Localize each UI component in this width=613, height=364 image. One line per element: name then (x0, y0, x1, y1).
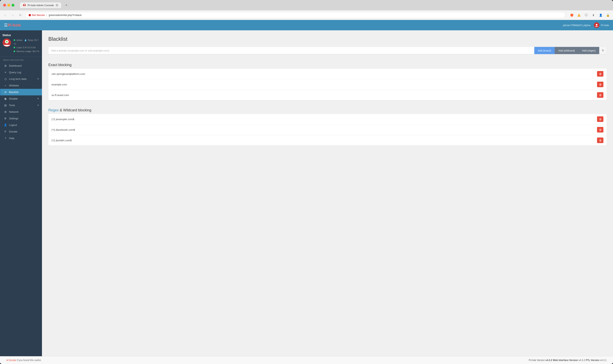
web-version-value: v4.3.2 (578, 359, 585, 362)
memory-label: Memory usage: 38.2 % (17, 50, 39, 52)
browser-tab[interactable]: Pi-hole Admin Console × (20, 2, 61, 8)
sidebar-item-label: Settings (9, 117, 18, 120)
sidebar-item-label: Dashboard (9, 64, 22, 67)
memory-dot (14, 51, 15, 52)
delete-button[interactable]: 🗑 (597, 116, 603, 122)
delete-button[interactable]: 🗑 (597, 92, 603, 98)
table-row: (^|\.)example\.com$ 🗑 (48, 114, 607, 125)
sidebar-item-label: Query Log (9, 71, 21, 74)
tab-close-button[interactable]: × (56, 4, 58, 7)
footer-donate-section: ♥ Donate if you found this useful. (6, 359, 41, 362)
table-row: (^|\.)facebook\.com$ 🗑 (48, 125, 607, 135)
tab-favicon (23, 4, 26, 7)
longterm-icon: ◷ (4, 78, 7, 80)
url-display: green/admin/list.php?l=black (49, 13, 82, 17)
sidebar-item-whitelist[interactable]: ✓ Whitelist (0, 82, 42, 89)
pihole-logo-sidebar (2, 38, 11, 47)
info-icon[interactable]: ⓘ (584, 12, 589, 18)
browser-window: Pi-hole Admin Console × + ‹ › ↻ ! Not Se… (0, 0, 613, 364)
sidebar-item-tools[interactable]: ▤ Tools ▾ (0, 102, 42, 109)
sidebar-item-settings[interactable]: ⚙ Settings (0, 115, 42, 122)
main-layout: Status Active 💧 (0, 30, 613, 356)
active-dot (14, 39, 15, 41)
profile-icon[interactable]: 👤 (598, 12, 603, 18)
sidebar-item-label: Long term data (9, 78, 26, 80)
add-domain-input[interactable] (48, 47, 534, 54)
sidebar-item-dashboard[interactable]: ⊞ Dashboard (0, 63, 42, 69)
sidebar-item-label: Logout (9, 124, 17, 127)
sidebar-item-blacklist[interactable]: ⊘ Blacklist (0, 89, 42, 95)
downloads-icon[interactable]: ⬇ (591, 12, 596, 18)
tab-title: Pi-hole Admin Console (28, 4, 54, 7)
domain-value: su.ff.avast.com (52, 94, 69, 97)
whitelist-icon: ✓ (4, 84, 7, 87)
address-bar[interactable]: ! Not Secure | green/admin/list.php?l=bl… (25, 12, 565, 18)
exact-domain-list: cdn.springboardplatform.com 🗑 example.co… (48, 69, 607, 100)
svg-point-6 (596, 24, 598, 26)
svg-point-1 (24, 4, 25, 5)
sidebar-item-network[interactable]: ⊞ Network (0, 109, 42, 115)
add-exact-button[interactable]: Add (exact) (534, 47, 555, 54)
delete-button[interactable]: 🗑 (597, 127, 603, 132)
add-wildcard-button[interactable]: Add (wildcard) (555, 47, 578, 54)
brave-shield-icon[interactable] (569, 12, 575, 18)
warning-icon: ! (28, 14, 31, 16)
sidebar-item-help[interactable]: ? Help (0, 135, 42, 142)
pihole-version-value: v4.3.2 (545, 359, 552, 362)
delete-button[interactable]: 🗑 (597, 82, 603, 87)
sidebar: Status Active 💧 (0, 30, 42, 356)
regex-domain-list: (^|\.)example\.com$ 🗑 (^|\.)facebook\.co… (48, 114, 607, 145)
maximize-dot[interactable] (12, 4, 14, 7)
delete-button[interactable]: 🗑 (597, 71, 603, 77)
ftl-version-value: v4.3.1 (600, 359, 607, 362)
add-regex-button[interactable]: Add (regex) (578, 47, 599, 54)
sidebar-item-longterm[interactable]: ◷ Long term data ▾ (0, 76, 42, 82)
settings-icon: ⚙ (4, 117, 7, 120)
svg-point-9 (6, 41, 8, 42)
help-icon: ? (4, 137, 7, 140)
load-dot (14, 47, 15, 48)
logout-icon: 👤 (4, 124, 7, 127)
back-button[interactable]: ‹ (2, 12, 8, 18)
status-details: Active 💧 Temp: 53.7 °C Load: 0.47 0.5 0.… (14, 38, 40, 53)
blacklist-icon: ⊘ (4, 91, 7, 94)
heart-icon: ♥ (6, 359, 8, 362)
add-domain-bar: Add (exact) Add (wildcard) Add (regex) ↻ (48, 47, 607, 54)
top-navigation: ☰ Pi-hole pihole-f7968dd7c-j4phw Pi-hole (0, 20, 613, 30)
status-panel: Status Active 💧 (0, 30, 42, 57)
tools-icon: ▤ (4, 104, 7, 107)
main-content: Blacklist Add (exact) Add (wildcard) Add… (42, 30, 613, 356)
delete-button[interactable]: 🗑 (597, 138, 603, 143)
footer-donate-link[interactable]: Donate (8, 359, 16, 362)
sidebar-item-disable[interactable]: ▣ Disable ▾ (0, 95, 42, 102)
reload-button[interactable]: ↻ (18, 12, 23, 18)
new-tab-button[interactable]: + (64, 2, 69, 8)
sidebar-item-donate[interactable]: P Donate (0, 128, 42, 135)
forward-button[interactable]: › (10, 12, 15, 18)
sidebar-item-querylog[interactable]: ≡ Query Log (0, 69, 42, 76)
exact-section-title: Exact blocking (48, 60, 607, 69)
web-version-label: Web Interface Version (553, 359, 578, 362)
sidebar-item-logout[interactable]: 👤 Logout (0, 122, 42, 128)
domain-value: (^|\.)example\.com$ (52, 118, 74, 121)
app-logo: Pi-hole (8, 23, 21, 27)
minimize-dot[interactable] (7, 4, 10, 7)
svg-text:!: ! (29, 14, 30, 16)
chevron-down-icon: ▾ (38, 104, 39, 106)
pihole-avatar (594, 22, 599, 28)
username-display: pihole-f7968dd7c-j4phw (563, 24, 590, 27)
sidebar-item-label: Tools (9, 104, 15, 107)
app-container: ☰ Pi-hole pihole-f7968dd7c-j4phw Pi-hole (0, 20, 613, 364)
extensions-icon[interactable]: 🔒 (605, 12, 611, 18)
brave-alert-icon[interactable]: ! (576, 12, 582, 18)
domain-value: example.com (52, 83, 67, 86)
close-dot[interactable] (3, 4, 6, 7)
status-title: Status (2, 34, 40, 37)
regex-link[interactable]: Regex (48, 108, 59, 112)
hamburger-menu[interactable]: ☰ (4, 23, 8, 27)
not-secure-indicator: ! Not Secure (28, 13, 45, 17)
donate-icon: P (4, 130, 7, 133)
sidebar-item-label: Network (9, 110, 19, 113)
disable-icon: ▣ (4, 97, 7, 100)
refresh-button[interactable]: ↻ (599, 47, 607, 54)
